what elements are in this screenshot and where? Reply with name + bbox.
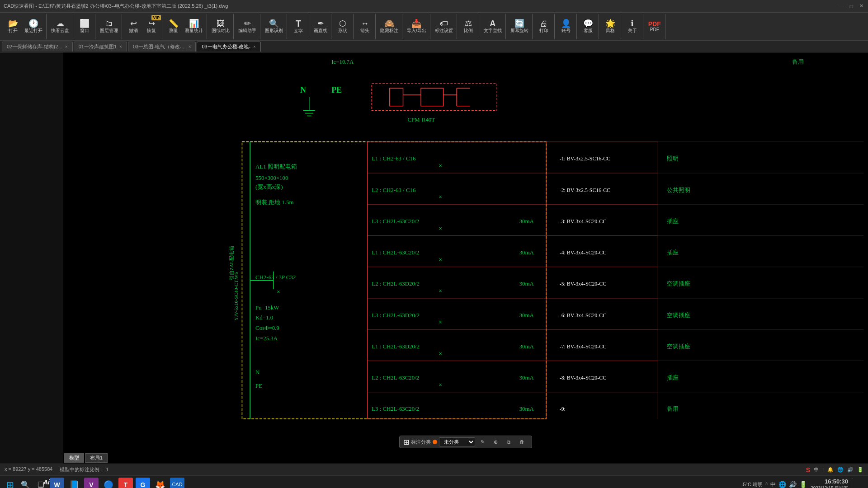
toolbar-group-account: 👤 账号 [556,14,577,39]
rotate-button[interactable]: 🔄 屏幕旋转 [509,19,530,35]
svg-text:30mA: 30mA [519,281,534,287]
layout-tabs: 模型 布局1 [63,452,108,464]
ai-label: Ai [43,479,50,486]
shape-button[interactable]: ⬡ 形状 [334,19,351,35]
clock[interactable]: 16:50:30 2023/12/15 星期五 [811,478,848,488]
scale-icon: ⚖ [465,19,472,28]
app-5[interactable]: T [118,478,133,488]
firefox-app[interactable]: 🦊 [153,478,167,488]
pdf-button[interactable]: PDF PDF [646,20,663,33]
undo-button[interactable]: ↩ 撤消 [125,19,142,35]
rotate-label: 屏幕旋转 [510,28,528,34]
notification-icon[interactable]: 🔔 [827,467,834,473]
svg-text:L1 :   CH2-63     / C16: L1 : CH2-63 / C16 [372,155,416,162]
start-button[interactable]: ⊞ [4,479,16,488]
tab-3[interactable]: 03一电气办公楼-改地- × [197,42,260,52]
redo-button[interactable]: ↪ 恢复 [143,19,160,35]
ime-label[interactable]: 中 [770,481,776,488]
text-button[interactable]: T 文字 [290,18,307,35]
cad-app[interactable]: CAD [170,478,184,488]
toolbar-group-setting: 🏷 标注设置 [431,14,457,39]
open-button[interactable]: 📂 打开 [5,19,22,35]
app-4[interactable]: 🔵 [101,478,116,488]
about-button[interactable]: ℹ 关于 [624,19,641,35]
category-dropdown[interactable]: 未分类 [439,437,475,446]
svg-text:L1 :   CH2L-63C20/2: L1 : CH2L-63C20/2 [372,249,419,256]
open-label: 打开 [9,28,18,34]
word-app[interactable]: W [50,478,64,488]
coords-display: x = 89227 y = 485584 [5,466,52,473]
account-button[interactable]: 👤 账号 [557,19,575,35]
app-2[interactable]: 📘 [67,478,81,488]
layer-button[interactable]: 🗂 图层管理 [98,19,120,35]
tab-1[interactable]: 01一冷库建筑图1 × [74,42,127,52]
hide-annot-button[interactable]: 🙈 隐藏标注 [378,19,400,35]
layout1-tab[interactable]: 布局1 [85,453,108,463]
measure-button[interactable]: 📏 测量 [165,19,182,35]
canvas-area[interactable]: Ic=10.7A N PE CPM-R40T 备用 [63,52,868,464]
import-export-icon: 📥 [411,19,421,28]
left-panel [0,52,63,464]
svg-text:-6:   BV-3x4-SC20-CC: -6: BV-3x4-SC20-CC [560,312,606,319]
svg-text:-7:   BV-3x4-SC20-CC: -7: BV-3x4-SC20-CC [560,343,606,350]
scale-button[interactable]: ⚖ 比例 [460,19,477,35]
svg-text:-9:: -9: [560,406,566,412]
app-3[interactable]: V [84,478,99,488]
measure-label: 测量 [169,28,178,34]
edit-annot-button[interactable]: ✎ [477,438,488,446]
compare-button[interactable]: 🖼 图纸对比 [210,19,231,35]
line-button[interactable]: ✒ 画直线 [312,19,329,35]
recent-button[interactable]: 🕐 最近打开 [23,19,44,35]
ocr-button[interactable]: 🔍 图形识别 [263,19,285,35]
close-button[interactable]: ✕ [858,3,864,9]
chrome-app[interactable]: G [136,478,150,488]
delete-annot-button[interactable]: 🗑 [516,438,528,446]
toolbar-group-line: ✒ 画直线 [310,14,331,39]
tab-1-close[interactable]: × [119,44,122,49]
tab-2[interactable]: 03一总图-电气（修改-... × [128,42,196,52]
edit-assist-label: 编辑助手 [238,28,256,34]
statusbar-right: S 中 | 🔔 🌐 🔊 🔋 [806,466,863,474]
measure-stat-button[interactable]: 📊 测量统计 [183,19,205,35]
arrow-button[interactable]: ↔ 箭头 [356,19,373,35]
svg-text:AL1 照明配电箱: AL1 照明配电箱 [255,164,297,170]
tab-2-close[interactable]: × [189,44,191,49]
window-button[interactable]: ⬜ 窗口 [76,19,93,35]
maximize-button[interactable]: □ [848,3,854,9]
import-export-button[interactable]: 📥 导入/导出 [405,19,428,35]
redo-label: 恢复 [147,28,156,34]
text-find-button[interactable]: A 文字宣找 [482,19,504,35]
annot-setting-button[interactable]: 🏷 标注设置 [433,19,455,35]
cloud-button[interactable]: ☁ 快看云盘 [49,19,71,35]
service-button[interactable]: 💬 客服 [580,19,597,35]
add-annot-button[interactable]: ⊕ [490,438,501,446]
toolbar-group-undo: VIP ↩ 撤消 ↪ 恢复 [123,14,162,39]
show-hidden-button[interactable]: ^ [765,482,768,487]
network-tray-icon[interactable]: 🌐 [778,481,786,488]
svg-text:空调插座: 空调插座 [667,312,690,319]
undo-icon: ↩ [130,19,137,28]
svg-text:×: × [439,319,442,325]
import-export-label: 导入/导出 [407,28,426,34]
style-icon: 🌟 [605,19,615,28]
style-button[interactable]: 🌟 风格 [602,19,619,35]
svg-text:CosΦ=0.9: CosΦ=0.9 [255,325,279,331]
svg-text:30mA: 30mA [519,249,534,256]
tab-3-close[interactable]: × [253,44,256,49]
svg-text:(宽x高x深): (宽x高x深) [255,183,283,190]
svg-text:-4:   BV-3x4-SC20-CC: -4: BV-3x4-SC20-CC [560,249,606,256]
svg-text:CH2-63    / 3P  C32: CH2-63 / 3P C32 [255,274,296,281]
edit-assist-button[interactable]: ✏ 编辑助手 [236,19,258,35]
tab-0[interactable]: 02一保鲜储存库-结构(2... × [2,42,73,52]
volume-tray-icon[interactable]: 🔊 [789,481,797,488]
copy-annot-button[interactable]: ⧉ [503,438,514,446]
show-desktop-button[interactable] [852,478,864,488]
print-button[interactable]: 🖨 打印 [535,19,552,35]
titlebar-controls: — □ ✕ [838,3,864,9]
ime-separator: | [822,467,824,473]
model-tab[interactable]: 模型 [64,453,84,463]
ime-chinese[interactable]: 中 [814,466,819,473]
search-button[interactable]: 🔍 [19,479,32,488]
minimize-button[interactable]: — [838,3,844,9]
tab-0-close[interactable]: × [65,44,68,49]
